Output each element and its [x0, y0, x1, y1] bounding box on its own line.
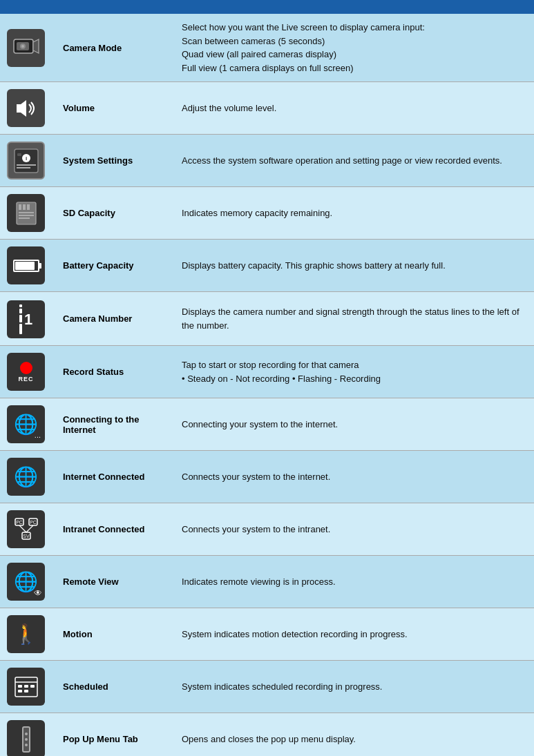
row-label-motion: Motion — [52, 608, 176, 661]
table-row: 🌐 ... Connecting to the Internet Connect… — [0, 398, 534, 451]
row-label-record-status: Record Status — [52, 346, 176, 398]
svg-point-4 — [21, 45, 24, 48]
popup-menu-tab-icon — [0, 713, 52, 757]
connecting-internet-icon: 🌐 ... — [0, 398, 52, 451]
row-label-sd-capacity: SD Capacity — [52, 187, 176, 240]
svg-rect-8 — [17, 153, 21, 156]
row-label-camera-number: Camera Number — [52, 292, 176, 346]
svg-rect-13 — [19, 204, 21, 210]
row-label-internet-connected: Internet Connected — [52, 451, 176, 503]
row-label-system-settings: System Settings — [52, 135, 176, 187]
intranet-connected-icon: PC PC SV — [0, 503, 52, 556]
svg-text:PC: PC — [16, 520, 23, 525]
svg-rect-32 — [18, 690, 22, 692]
volume-icon — [0, 82, 52, 135]
header-label-col — [52, 0, 176, 14]
svg-rect-16 — [19, 212, 34, 213]
row-label-connecting-internet: Connecting to the Internet — [52, 398, 176, 451]
table-row: Pop Up Menu Tab Opens and closes the pop… — [0, 713, 534, 757]
row-label-battery-capacity: Battery Capacity — [52, 240, 176, 292]
svg-rect-18 — [19, 217, 30, 219]
row-desc-motion: System indicates motion detection record… — [176, 608, 534, 661]
table-row: 1 Camera Number Displays the camera numb… — [0, 292, 534, 346]
row-label-popup-menu-tab: Pop Up Menu Tab — [52, 713, 176, 757]
scheduled-icon — [0, 661, 52, 713]
record-status-icon: REC — [0, 346, 52, 398]
table-row: Camera Mode Select how you want the Live… — [0, 14, 534, 82]
header-icon-col — [0, 0, 52, 14]
system-settings-icon: i — [0, 135, 52, 187]
svg-rect-14 — [23, 204, 26, 210]
table-row: Battery Capacity Displays battery capaci… — [0, 240, 534, 292]
svg-rect-30 — [24, 685, 28, 688]
row-desc-popup-menu-tab: Opens and closes the pop up menu display… — [176, 713, 534, 757]
table-row: 🌐 👁 Remote View Indicates remote viewing… — [0, 556, 534, 608]
row-desc-record-status: Tap to start or stop recording for that … — [176, 346, 534, 398]
table-row: 🚶 Motion System indicates motion detecti… — [0, 608, 534, 661]
row-label-volume: Volume — [52, 82, 176, 135]
svg-rect-29 — [18, 685, 22, 688]
table-row: 🌐 Internet Connected Connects your syste… — [0, 451, 534, 503]
svg-marker-5 — [17, 100, 26, 117]
row-desc-remote-view: Indicates remote viewing is in process. — [176, 556, 534, 608]
svg-line-26 — [26, 525, 33, 532]
table-row: SD Capacity Indicates memory capacity re… — [0, 187, 534, 240]
table-row: Scheduled System indicates scheduled rec… — [0, 661, 534, 713]
row-desc-sd-capacity: Indicates memory capacity remaining. — [176, 187, 534, 240]
svg-text:SV: SV — [23, 534, 30, 539]
remote-view-icon: 🌐 👁 — [0, 556, 52, 608]
row-desc-battery-capacity: Displays battery capacity. This graphic … — [176, 240, 534, 292]
motion-icon: 🚶 — [0, 608, 52, 661]
table-row: Volume Adjust the volume level. — [0, 82, 534, 135]
svg-rect-10 — [17, 164, 36, 166]
svg-rect-15 — [27, 204, 30, 210]
sd-capacity-icon — [0, 187, 52, 240]
row-desc-intranet-connected: Connects your system to the intranet. — [176, 503, 534, 556]
row-desc-connecting-internet: Connecting your system to the internet. — [176, 398, 534, 451]
svg-text:PC: PC — [30, 520, 37, 525]
row-desc-scheduled: System indicates scheduled recording in … — [176, 661, 534, 713]
camera-mode-icon — [0, 14, 52, 82]
camera-number-icon: 1 — [0, 292, 52, 346]
svg-rect-31 — [30, 685, 35, 688]
row-desc-system-settings: Access the system software operation and… — [176, 135, 534, 187]
battery-capacity-icon — [0, 240, 52, 292]
row-label-scheduled: Scheduled — [52, 661, 176, 713]
svg-rect-17 — [19, 215, 34, 216]
row-desc-internet-connected: Connects your system to the internet. — [176, 451, 534, 503]
internet-connected-icon: 🌐 — [0, 451, 52, 503]
row-label-camera-mode: Camera Mode — [52, 14, 176, 82]
svg-marker-1 — [33, 39, 39, 53]
table-row: REC Record Status Tap to start or stop r… — [0, 346, 534, 398]
svg-line-25 — [19, 525, 26, 532]
svg-rect-11 — [17, 167, 30, 168]
table-row: PC PC SV Intranet Connected Connects you… — [0, 503, 534, 556]
row-label-intranet-connected: Intranet Connected — [52, 503, 176, 556]
row-desc-camera-mode: Select how you want the Live screen to d… — [176, 14, 534, 82]
row-desc-volume: Adjust the volume level. — [176, 82, 534, 135]
svg-rect-33 — [24, 690, 28, 692]
header-desc-col — [176, 0, 534, 14]
row-label-remote-view: Remote View — [52, 556, 176, 608]
row-desc-camera-number: Displays the camera number and signal st… — [176, 292, 534, 346]
svg-text:i: i — [25, 155, 26, 162]
table-row: i System Settings Access the system soft… — [0, 135, 534, 187]
